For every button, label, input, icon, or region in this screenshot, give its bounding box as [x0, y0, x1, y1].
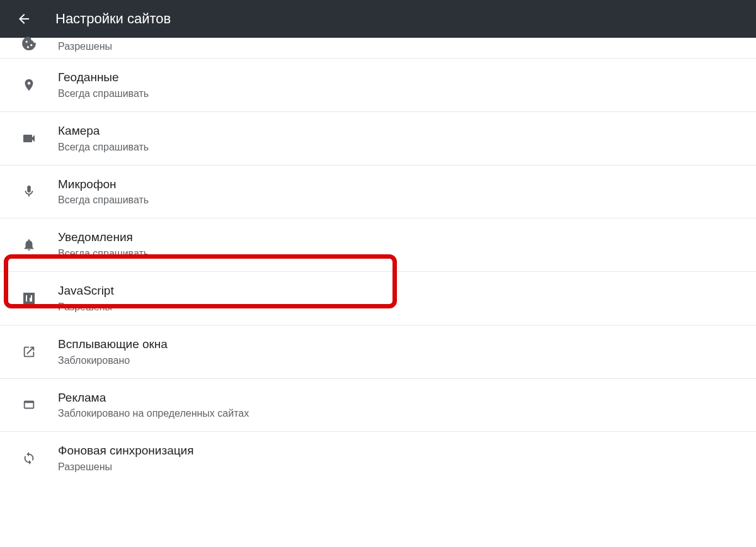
back-button[interactable]	[10, 5, 38, 33]
camera-icon	[0, 131, 58, 146]
arrow-back-icon	[16, 11, 32, 26]
item-subtitle: Всегда спрашивать	[58, 194, 149, 206]
item-title: Уведомления	[58, 230, 149, 245]
settings-item-ads[interactable]: Реклама Заблокировано на определенных са…	[0, 379, 756, 432]
item-title: Микрофон	[58, 177, 149, 192]
page-title: Настройки сайтов	[55, 11, 171, 27]
cookie-icon	[0, 35, 58, 52]
item-title: Всплывающие окна	[58, 337, 168, 352]
popup-icon	[0, 345, 58, 359]
app-header: Настройки сайтов	[0, 0, 756, 38]
item-subtitle: Разрешены	[58, 301, 114, 313]
item-subtitle: Заблокировано на определенных сайтах	[58, 407, 249, 420]
item-title: Реклама	[58, 390, 249, 405]
item-subtitle: Заблокировано	[58, 354, 168, 367]
settings-item-cookies[interactable]: Разрешены	[0, 38, 756, 59]
item-subtitle: Разрешены	[58, 40, 112, 53]
bell-icon	[0, 238, 58, 252]
item-subtitle: Разрешены	[58, 461, 194, 473]
item-title: Камера	[58, 123, 149, 138]
item-title: Геоданные	[58, 70, 149, 85]
settings-item-javascript[interactable]: JavaScript Разрешены	[0, 272, 756, 325]
settings-item-location[interactable]: Геоданные Всегда спрашивать	[0, 59, 756, 112]
location-icon	[0, 78, 58, 92]
item-title: JavaScript	[58, 283, 114, 298]
settings-item-camera[interactable]: Камера Всегда спрашивать	[0, 112, 756, 166]
settings-item-popups[interactable]: Всплывающие окна Заблокировано	[0, 325, 756, 379]
item-title: Фоновая синхронизация	[58, 443, 194, 458]
sync-icon	[0, 451, 58, 465]
item-subtitle: Всегда спрашивать	[58, 141, 149, 154]
item-subtitle: Всегда спрашивать	[58, 247, 149, 260]
settings-item-microphone[interactable]: Микрофон Всегда спрашивать	[0, 166, 756, 219]
microphone-icon	[0, 184, 58, 198]
settings-item-background-sync[interactable]: Фоновая синхронизация Разрешены	[0, 432, 756, 485]
settings-list: Разрешены Геоданные Всегда спрашивать Ка…	[0, 38, 756, 485]
javascript-icon	[0, 291, 58, 306]
ads-icon	[0, 398, 58, 412]
item-subtitle: Всегда спрашивать	[58, 87, 149, 100]
settings-item-notifications[interactable]: Уведомления Всегда спрашивать	[0, 218, 756, 272]
